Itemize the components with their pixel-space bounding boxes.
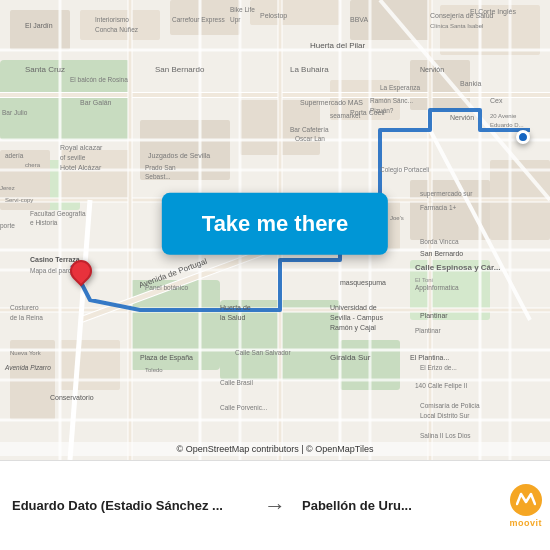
- svg-text:Plantinar: Plantinar: [420, 312, 448, 319]
- svg-text:Carrefour Express: Carrefour Express: [172, 16, 225, 24]
- svg-text:Local Distrito Sur: Local Distrito Sur: [420, 412, 470, 419]
- svg-text:Juzgados de Sevilla: Juzgados de Sevilla: [148, 152, 210, 160]
- svg-text:Hotel Alcázar: Hotel Alcázar: [60, 164, 102, 171]
- svg-text:Plaza de España: Plaza de España: [140, 354, 193, 362]
- svg-text:Salina II Los Dios: Salina II Los Dios: [420, 432, 471, 439]
- moovit-text: moovit: [509, 518, 542, 528]
- svg-text:Calle Porvenic...: Calle Porvenic...: [220, 404, 268, 411]
- svg-text:Ramón y Cajal: Ramón y Cajal: [330, 324, 376, 332]
- svg-text:Royal alcazar: Royal alcazar: [60, 144, 103, 152]
- svg-text:Calle San Salvador: Calle San Salvador: [235, 349, 291, 356]
- svg-text:Interiorismo: Interiorismo: [95, 16, 129, 23]
- svg-text:Costurero: Costurero: [10, 304, 39, 311]
- svg-text:AppInformatica: AppInformatica: [415, 284, 459, 292]
- svg-text:El Plantina...: El Plantina...: [410, 354, 449, 361]
- route-to-label: Pabellón de Uru...: [302, 498, 538, 513]
- svg-text:San Bernardo: San Bernardo: [420, 250, 463, 257]
- svg-text:Facultad Geografía: Facultad Geografía: [30, 210, 86, 218]
- svg-text:la Salud: la Salud: [220, 314, 245, 321]
- svg-text:Santa Cruz: Santa Cruz: [25, 65, 65, 74]
- svg-text:Bar Cafetería: Bar Cafetería: [290, 126, 329, 133]
- svg-text:Bike Life: Bike Life: [230, 6, 255, 13]
- svg-text:La Buhaira: La Buhaira: [290, 65, 329, 74]
- app-container: Santa Cruz San Bernardo La Buhaira Nervi…: [0, 0, 550, 550]
- svg-text:El Toni: El Toni: [415, 277, 433, 283]
- svg-text:Toledo: Toledo: [145, 367, 163, 373]
- svg-text:Supermercado MAS: Supermercado MAS: [300, 99, 363, 107]
- svg-text:Huerta de: Huerta de: [220, 304, 251, 311]
- route-from-label: Eduardo Dato (Estadio Sánchez ...: [12, 498, 248, 513]
- svg-text:El balcón de Rosina: El balcón de Rosina: [70, 76, 128, 83]
- svg-text:El Erizo de...: El Erizo de...: [420, 364, 457, 371]
- take-me-there-overlay: Take me there: [162, 193, 388, 255]
- svg-text:140 Calle Felipe II: 140 Calle Felipe II: [415, 382, 468, 390]
- svg-text:Joe's: Joe's: [390, 215, 404, 221]
- svg-text:Upr: Upr: [230, 16, 241, 24]
- svg-text:San Bernardo: San Bernardo: [155, 65, 205, 74]
- svg-text:Nervión: Nervión: [450, 114, 474, 121]
- svg-text:Plantinar: Plantinar: [415, 327, 441, 334]
- svg-text:Pizuán?: Pizuán?: [370, 107, 394, 114]
- svg-text:20 Avenie: 20 Avenie: [490, 113, 517, 119]
- map-attribution: © OpenStreetMap contributors | © OpenMap…: [0, 442, 550, 456]
- svg-text:Prado San: Prado San: [145, 164, 176, 171]
- route-from: Eduardo Dato (Estadio Sánchez ...: [0, 488, 260, 523]
- moovit-icon: [510, 484, 542, 516]
- bottom-bar: Eduardo Dato (Estadio Sánchez ... → Pabe…: [0, 460, 550, 550]
- svg-text:Calle Brasil: Calle Brasil: [220, 379, 253, 386]
- svg-text:El Jardín: El Jardín: [25, 22, 53, 29]
- svg-text:adería: adería: [5, 152, 24, 159]
- map-area[interactable]: Santa Cruz San Bernardo La Buhaira Nervi…: [0, 0, 550, 460]
- svg-text:Concha Núñez: Concha Núñez: [95, 26, 139, 33]
- svg-text:e Historia: e Historia: [30, 219, 58, 226]
- svg-text:Calle Espinosa y Cár...: Calle Espinosa y Cár...: [415, 263, 500, 272]
- svg-text:Giralda Sur: Giralda Sur: [330, 353, 371, 362]
- svg-text:La Esperanza: La Esperanza: [380, 84, 420, 92]
- svg-text:Sevilla - Campus: Sevilla - Campus: [330, 314, 383, 322]
- svg-text:porte: porte: [0, 222, 15, 230]
- svg-text:of seville: of seville: [60, 154, 86, 161]
- svg-text:chera: chera: [25, 162, 41, 168]
- svg-text:Nervión: Nervión: [420, 66, 444, 73]
- svg-text:Ramón Sánc...: Ramón Sánc...: [370, 97, 413, 104]
- svg-text:Conservatorio: Conservatorio: [50, 394, 94, 401]
- svg-text:Colegio Portaceli: Colegio Portaceli: [380, 166, 429, 174]
- destination-pin: [70, 260, 92, 282]
- svg-text:Nueva York: Nueva York: [10, 350, 42, 356]
- take-me-there-button[interactable]: Take me there: [162, 193, 388, 255]
- svg-text:BBVA: BBVA: [350, 16, 368, 23]
- svg-text:Pelostop: Pelostop: [260, 12, 287, 20]
- svg-text:Avenida Pizarro: Avenida Pizarro: [4, 364, 51, 371]
- svg-text:Farmacia 1+: Farmacia 1+: [420, 204, 457, 211]
- route-arrow: →: [260, 493, 290, 519]
- svg-text:seamarket: seamarket: [330, 112, 361, 119]
- svg-text:Oscar Lan: Oscar Lan: [295, 135, 325, 142]
- svg-text:Cex: Cex: [490, 97, 503, 104]
- svg-rect-19: [60, 340, 120, 390]
- svg-text:supermercado sur: supermercado sur: [420, 190, 473, 198]
- svg-text:Sebast...: Sebast...: [145, 173, 171, 180]
- svg-text:Servi-copy: Servi-copy: [5, 197, 33, 203]
- svg-text:Comisaría de Policia: Comisaría de Policia: [420, 402, 480, 409]
- svg-text:Bar Galán: Bar Galán: [80, 99, 112, 106]
- svg-text:Bankia: Bankia: [460, 80, 482, 87]
- svg-rect-8: [80, 10, 160, 40]
- svg-text:Eduardo D...: Eduardo D...: [490, 122, 524, 128]
- svg-text:Huerta del Pilar: Huerta del Pilar: [310, 41, 365, 50]
- svg-text:Bar Julio: Bar Julio: [2, 109, 28, 116]
- svg-text:Jerez: Jerez: [0, 185, 15, 191]
- svg-text:Clínica Santa Isabel: Clínica Santa Isabel: [430, 23, 483, 29]
- svg-text:de la Reina: de la Reina: [10, 314, 43, 321]
- svg-text:El Corte Inglés: El Corte Inglés: [470, 8, 516, 16]
- svg-text:Borda Vincca: Borda Vincca: [420, 238, 459, 245]
- svg-text:Universidad de: Universidad de: [330, 304, 377, 311]
- origin-dot: [516, 130, 530, 144]
- pin-circle: [65, 255, 96, 286]
- svg-text:masquespuma: masquespuma: [340, 279, 386, 287]
- moovit-logo: moovit: [509, 484, 542, 528]
